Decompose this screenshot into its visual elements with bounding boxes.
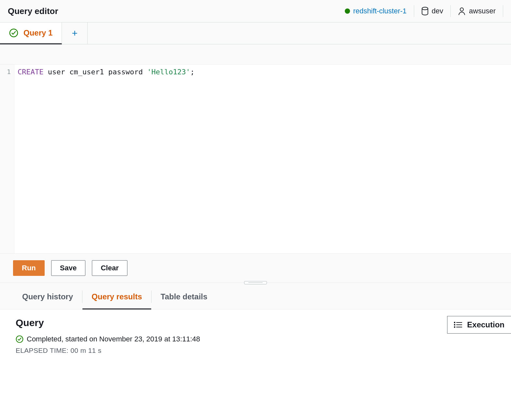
divider bbox=[503, 5, 503, 17]
add-tab-button[interactable]: + bbox=[62, 22, 88, 44]
tab-label: Query 1 bbox=[23, 28, 52, 38]
plus-icon: + bbox=[72, 28, 78, 38]
header-bar: Query editor redshift-cluster-1 dev awsu… bbox=[0, 0, 511, 22]
query-tabs: Query 1 + bbox=[0, 22, 511, 44]
check-circle-icon bbox=[16, 335, 23, 343]
svg-rect-5 bbox=[456, 322, 462, 323]
page-title: Query editor bbox=[8, 6, 58, 16]
editor-actions: Run Save Clear bbox=[0, 254, 511, 283]
svg-rect-4 bbox=[454, 322, 455, 323]
database-icon bbox=[421, 7, 429, 15]
query-heading: Query bbox=[16, 317, 495, 328]
results-tabs: Query history Query results Table detail… bbox=[0, 284, 511, 309]
status-dot-icon bbox=[345, 8, 350, 14]
execution-button[interactable]: Execution bbox=[447, 316, 511, 334]
user-icon bbox=[458, 7, 466, 15]
sql-editor[interactable]: 1 CREATE user cm_user1 password 'Hello12… bbox=[0, 65, 511, 254]
check-circle-icon bbox=[9, 28, 18, 38]
tab-query-history[interactable]: Query history bbox=[13, 284, 82, 309]
code-content[interactable]: CREATE user cm_user1 password 'Hello123'… bbox=[14, 65, 511, 253]
save-button[interactable]: Save bbox=[51, 260, 85, 276]
clear-button[interactable]: Clear bbox=[92, 260, 127, 276]
user-name: awsuser bbox=[469, 7, 496, 15]
editor-toolbar-spacer bbox=[0, 44, 511, 65]
svg-point-1 bbox=[460, 8, 463, 11]
tab-table-details[interactable]: Table details bbox=[152, 284, 217, 309]
elapsed-time: ELAPSED TIME: 00 m 11 s bbox=[16, 347, 495, 354]
status-text: Completed, started on November 23, 2019 … bbox=[27, 335, 200, 343]
header-info: redshift-cluster-1 dev awsuser bbox=[338, 5, 503, 17]
user-indicator[interactable]: awsuser bbox=[451, 7, 503, 15]
execution-label: Execution bbox=[467, 320, 504, 329]
svg-point-0 bbox=[422, 7, 428, 10]
handle-icon bbox=[244, 281, 267, 284]
svg-rect-7 bbox=[456, 324, 462, 325]
cluster-name[interactable]: redshift-cluster-1 bbox=[353, 7, 407, 15]
svg-rect-8 bbox=[454, 326, 455, 328]
line-number: 1 bbox=[0, 68, 14, 76]
database-name: dev bbox=[432, 7, 443, 15]
execution-icon bbox=[454, 321, 462, 328]
line-gutter: 1 bbox=[0, 65, 14, 253]
database-indicator[interactable]: dev bbox=[414, 7, 450, 15]
tab-query-results[interactable]: Query results bbox=[82, 284, 151, 309]
query-result-panel: Query Completed, started on November 23,… bbox=[0, 309, 511, 371]
svg-rect-9 bbox=[456, 327, 462, 327]
tab-query-1[interactable]: Query 1 bbox=[0, 22, 62, 44]
sql-text: user cm_user1 password bbox=[43, 68, 147, 76]
run-button[interactable]: Run bbox=[13, 260, 45, 276]
cluster-indicator[interactable]: redshift-cluster-1 bbox=[338, 7, 414, 15]
sql-keyword: CREATE bbox=[18, 68, 43, 76]
svg-rect-6 bbox=[454, 324, 455, 325]
sql-string: 'Hello123' bbox=[147, 68, 190, 76]
status-line: Completed, started on November 23, 2019 … bbox=[16, 335, 495, 343]
sql-end: ; bbox=[190, 68, 195, 76]
